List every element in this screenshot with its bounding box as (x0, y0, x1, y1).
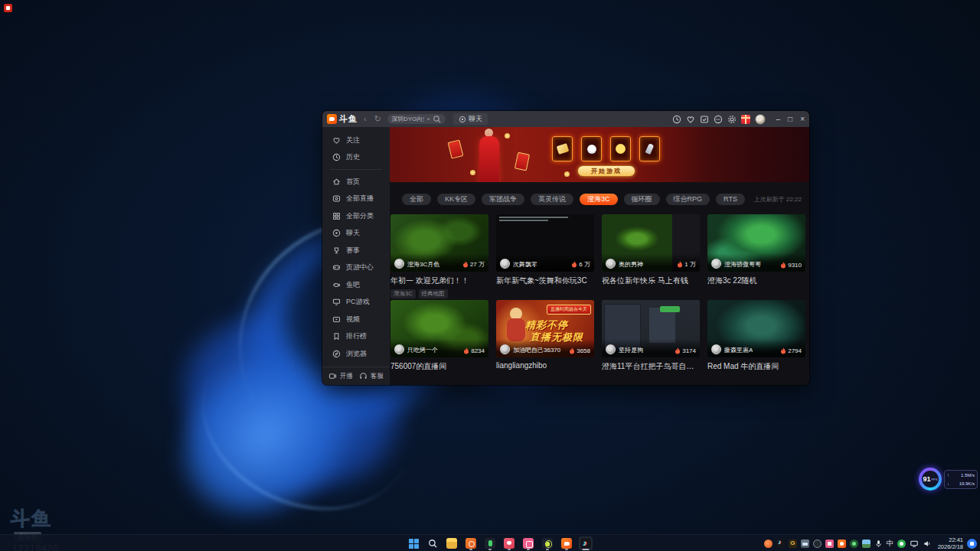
tab-hero-legend[interactable]: 英灵传说 (531, 194, 573, 205)
taskbar-douyu-button[interactable] (560, 536, 573, 550)
taskbar-search-button[interactable] (426, 536, 439, 550)
tray-antivirus-icon[interactable] (897, 540, 906, 548)
file-explorer-button[interactable] (445, 536, 459, 550)
taskbar-app-3[interactable] (502, 536, 516, 550)
grid-icon (332, 212, 341, 220)
start-game-button[interactable]: 开始游戏 (577, 165, 635, 177)
stream-card[interactable]: 只吃烤一个 8234 756007的直播间 (390, 300, 488, 372)
taskbar-tiktok-button[interactable] (579, 536, 593, 550)
promo-banner[interactable]: 开始游戏 (390, 127, 809, 182)
sidebar-item-webgame-center[interactable]: 页游中心 (322, 259, 390, 277)
tab-rts[interactable]: RTS (716, 194, 745, 205)
sidebar-item-fishbar[interactable]: 鱼吧 (322, 276, 390, 294)
stream-card[interactable]: 澄海骄傲哥哥 9310 澄海3c 22随机 (707, 214, 805, 286)
stream-title: 年初一 欢迎兄弟们！！ (390, 276, 488, 286)
sidebar-item-chat[interactable]: 聊天 (322, 225, 390, 243)
streamer-avatar (394, 344, 404, 354)
tray-app-icon[interactable] (838, 540, 846, 548)
taskbar-app-4[interactable] (521, 536, 535, 550)
stream-card[interactable]: 奥的男神 1 万 祝各位新年快乐 马上有钱 (602, 214, 700, 286)
sidebar-item-videos[interactable]: 视频 (322, 311, 390, 328)
app-icon (504, 538, 514, 549)
tab-chenghai-3c-active[interactable]: 澄海3C (580, 194, 618, 205)
search-icon[interactable] (433, 115, 442, 124)
tab-legion-war[interactable]: 军团战争 (482, 194, 524, 205)
stream-tags: 澄海3C 经典地图 (390, 289, 488, 298)
tray-screenshot-icon[interactable] (801, 540, 809, 548)
sidebar-item-esports[interactable]: 赛事 (322, 242, 390, 259)
task-calendar-icon[interactable] (700, 115, 709, 124)
clear-search-icon[interactable]: × (426, 116, 430, 122)
minimize-button[interactable]: – (776, 116, 781, 123)
start-button[interactable] (407, 536, 420, 550)
stream-card[interactable]: 澄海3C月色 27 万 年初一 欢迎兄弟们！！ 澄海3C 经典地图 (390, 214, 488, 298)
search-input[interactable]: 深圳DYG向鱼 × (387, 114, 446, 124)
follow-heart-icon[interactable] (686, 115, 695, 124)
message-icon[interactable] (714, 115, 723, 124)
stream-card[interactable]: 直播时间就在今天 精彩不停 直播无极限 加油吧自己36370 3658 lian… (496, 300, 594, 370)
tray-app-icon[interactable] (764, 540, 773, 548)
taskbar-clock[interactable]: 22:41 2026/2/18 (936, 536, 963, 550)
sidebar-item-rankings[interactable]: 排行榜 (322, 328, 390, 346)
streamer-name: 次舞飘零 (513, 260, 537, 269)
prize-card-fishballs (610, 136, 631, 161)
stream-card[interactable]: 次舞飘零 6 万 新年新气象~茨舞和你玩3C (496, 214, 594, 286)
tray-app-icon[interactable] (850, 540, 858, 548)
sidebar-item-browser[interactable]: 浏览器 (322, 345, 390, 363)
app-icon (485, 538, 495, 549)
tray-wallpaper-icon[interactable] (862, 540, 871, 548)
taskbar-app-2[interactable] (483, 536, 497, 550)
heat-flame-icon (677, 261, 683, 268)
app-logo[interactable]: 斗鱼 (327, 113, 358, 125)
stream-card[interactable]: 坚持是狗 3174 澄海11平台扛把子鸟哥自信横扫... (602, 300, 700, 372)
sidebar-item-follow[interactable]: 关注 (322, 132, 390, 149)
heat-flame-icon (571, 261, 577, 268)
titlebar-actions (672, 114, 766, 125)
tiktok-icon (580, 538, 591, 549)
sidebar-item-pc-games[interactable]: PC游戏 (322, 294, 390, 311)
sidebar-item-home[interactable]: 首页 (322, 173, 390, 191)
history-icon[interactable] (672, 115, 681, 124)
tab-all[interactable]: 全部 (402, 194, 431, 205)
speaker-icon[interactable] (923, 540, 932, 548)
tab-kk-zone[interactable]: KK专区 (437, 194, 475, 205)
stream-title: 756007的直播间 (390, 361, 488, 372)
tab-chat[interactable]: 聊天 (453, 113, 488, 125)
notification-center-button[interactable] (967, 539, 977, 549)
streamer-avatar (500, 259, 510, 269)
trophy-icon (332, 246, 341, 255)
user-avatar[interactable] (755, 114, 766, 125)
stream-card[interactable]: 藤森里惠A 2794 Red Mad 牛的直播间 (707, 300, 805, 372)
close-button[interactable]: × (800, 116, 805, 123)
gift-icon[interactable] (741, 115, 750, 124)
app-icon (523, 538, 534, 549)
settings-gear-icon[interactable] (727, 115, 737, 124)
display-cast-icon[interactable] (910, 540, 919, 548)
tray-tiktok-icon[interactable] (776, 540, 785, 548)
taskbar-app-1[interactable] (464, 536, 478, 550)
tray-g-icon[interactable] (789, 540, 797, 548)
sidebar-item-all-live[interactable]: 全部直播 (322, 191, 390, 208)
ime-language-indicator[interactable]: 中 (887, 540, 893, 548)
tray-app-icon[interactable] (813, 540, 822, 548)
window-titlebar: 斗鱼 ‹ ↻ 深圳DYG向鱼 × 聊天 (322, 111, 809, 127)
sidebar-item-history[interactable]: 历史 (322, 149, 390, 167)
sidebar-item-categories[interactable]: 全部分类 (322, 207, 390, 225)
maximize-button[interactable]: □ (788, 116, 792, 123)
taskbar-app-5[interactable] (541, 536, 554, 550)
gold-coin-icon (470, 170, 475, 175)
stream-title: 澄海3c 22随机 (707, 276, 805, 286)
search-value: 深圳DYG向鱼 (391, 115, 424, 123)
tray-app-icon[interactable] (825, 540, 834, 548)
back-button[interactable]: ‹ (362, 115, 368, 123)
refresh-button[interactable]: ↻ (373, 115, 383, 123)
tab-loop-circle[interactable]: 循环圈 (624, 194, 660, 205)
microphone-icon[interactable] (874, 540, 883, 548)
tab-rpg[interactable]: 综合RPG (666, 194, 710, 205)
start-broadcast-button[interactable]: 开播 (328, 372, 353, 381)
prize-card-gold-bar (552, 136, 573, 161)
streamer-avatar (394, 259, 404, 269)
streamer-name: 澄海骄傲哥哥 (724, 260, 761, 269)
customer-service-button[interactable]: 客服 (359, 372, 384, 381)
fish-icon (332, 281, 341, 289)
